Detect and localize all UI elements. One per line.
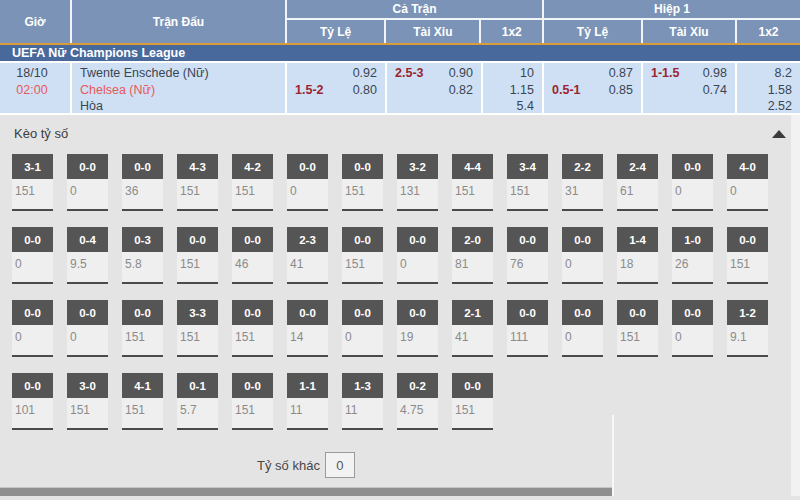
full-handicap-home-odds[interactable]: 0.92 bbox=[353, 65, 377, 82]
score-cell[interactable]: 0-35.8 bbox=[122, 227, 163, 284]
score-cell[interactable]: 0-0101 bbox=[12, 373, 53, 430]
score-cell[interactable]: 3-4151 bbox=[507, 154, 548, 211]
score-label: 0-0 bbox=[507, 300, 548, 325]
score-cell[interactable]: 0-00 bbox=[342, 300, 383, 357]
score-cell[interactable]: 0-0151 bbox=[727, 227, 768, 284]
score-cell[interactable]: 4-3151 bbox=[177, 154, 218, 211]
other-score-odds-box[interactable]: 0 bbox=[325, 452, 355, 478]
score-cell[interactable]: 4-4151 bbox=[452, 154, 493, 211]
score-cell[interactable]: 0-0151 bbox=[232, 373, 273, 430]
half-over-odds[interactable]: 0.98 bbox=[703, 65, 727, 82]
score-cell[interactable]: 1-418 bbox=[617, 227, 658, 284]
score-odds: 76 bbox=[507, 252, 548, 271]
score-cell[interactable]: 2-231 bbox=[562, 154, 603, 211]
score-label: 3-4 bbox=[507, 154, 548, 179]
score-odds: 151 bbox=[342, 252, 383, 271]
full-handicap-away-odds[interactable]: 0.80 bbox=[353, 82, 377, 99]
score-label: 1-2 bbox=[727, 300, 768, 325]
score-odds: 151 bbox=[177, 325, 218, 344]
score-cell[interactable]: 2-141 bbox=[452, 300, 493, 357]
full-over-odds[interactable]: 0.90 bbox=[449, 65, 473, 82]
score-cell[interactable]: 0-0151 bbox=[122, 300, 163, 357]
column-group-full-match: Cả Trận Tỷ Lệ Tài Xỉu 1x2 bbox=[287, 0, 544, 43]
score-odds: 151 bbox=[67, 398, 108, 417]
score-odds: 18 bbox=[617, 252, 658, 271]
half-1x2-home-odds[interactable]: 8.2 bbox=[775, 65, 792, 82]
full-1x2-draw-odds[interactable]: 5.4 bbox=[517, 98, 534, 115]
score-cell[interactable]: 0-00 bbox=[67, 154, 108, 211]
score-odds: 151 bbox=[452, 179, 493, 198]
score-cell[interactable]: 2-341 bbox=[287, 227, 328, 284]
score-cell[interactable]: 0-49.5 bbox=[67, 227, 108, 284]
score-cell[interactable]: 3-0151 bbox=[67, 373, 108, 430]
full-under-odds[interactable]: 0.82 bbox=[449, 82, 473, 99]
score-label: 0-0 bbox=[232, 373, 273, 398]
score-cell[interactable]: 0-0151 bbox=[342, 154, 383, 211]
half-1x2-away-odds[interactable]: 1.58 bbox=[768, 82, 792, 99]
score-odds: 31 bbox=[562, 179, 603, 198]
score-label: 3-3 bbox=[177, 300, 218, 325]
away-team-name[interactable]: Chelsea (Nữ) bbox=[80, 82, 277, 99]
score-cell[interactable]: 0-00 bbox=[562, 300, 603, 357]
score-cell[interactable]: 3-1151 bbox=[12, 154, 53, 211]
score-cell[interactable]: 1-29.1 bbox=[727, 300, 768, 357]
score-cell[interactable]: 0-0151 bbox=[232, 300, 273, 357]
score-cell[interactable]: 3-2131 bbox=[397, 154, 438, 211]
score-odds: 0 bbox=[672, 325, 713, 344]
score-cell[interactable]: 0-00 bbox=[397, 227, 438, 284]
score-cell[interactable]: 3-3151 bbox=[177, 300, 218, 357]
score-cell[interactable]: 4-2151 bbox=[232, 154, 273, 211]
score-cell[interactable]: 0-00 bbox=[12, 300, 53, 357]
score-cell[interactable]: 0-15.7 bbox=[177, 373, 218, 430]
score-label: 2-4 bbox=[617, 154, 658, 179]
score-label: 0-0 bbox=[562, 227, 603, 252]
score-cell[interactable]: 2-461 bbox=[617, 154, 658, 211]
score-cell[interactable]: 0-0151 bbox=[452, 373, 493, 430]
half-under-odds[interactable]: 0.74 bbox=[703, 82, 727, 99]
half-handicap-away-odds[interactable]: 0.85 bbox=[609, 82, 633, 99]
score-cell[interactable]: 0-00 bbox=[287, 154, 328, 211]
score-cell[interactable]: 0-24.75 bbox=[397, 373, 438, 430]
full-1x2-away-odds[interactable]: 1.15 bbox=[510, 82, 534, 99]
score-cell[interactable]: 1-111 bbox=[287, 373, 328, 430]
score-odds: 46 bbox=[232, 252, 273, 271]
half-1x2-draw-odds[interactable]: 2.52 bbox=[768, 98, 792, 115]
score-cell[interactable]: 4-00 bbox=[727, 154, 768, 211]
group-label-first-half: Hiệp 1 bbox=[544, 0, 800, 20]
half-handicap-home-odds[interactable]: 0.87 bbox=[609, 65, 633, 82]
collapse-up-icon[interactable] bbox=[772, 130, 786, 138]
score-odds: 151 bbox=[617, 325, 658, 344]
score-cell[interactable]: 0-0151 bbox=[177, 227, 218, 284]
score-odds: 151 bbox=[177, 252, 218, 271]
score-cell[interactable]: 1-311 bbox=[342, 373, 383, 430]
score-cell[interactable]: 0-076 bbox=[507, 227, 548, 284]
score-cell[interactable]: 2-081 bbox=[452, 227, 493, 284]
score-odds: 151 bbox=[232, 325, 273, 344]
horizontal-scrollbar[interactable] bbox=[0, 487, 612, 496]
score-label: 3-1 bbox=[12, 154, 53, 179]
score-cell[interactable]: 0-00 bbox=[672, 154, 713, 211]
score-cell[interactable]: 0-019 bbox=[397, 300, 438, 357]
score-cell[interactable]: 0-014 bbox=[287, 300, 328, 357]
score-cell[interactable]: 4-1151 bbox=[122, 373, 163, 430]
score-cell[interactable]: 0-00 bbox=[672, 300, 713, 357]
score-cell[interactable]: 0-046 bbox=[232, 227, 273, 284]
subheader-full-overunder: Tài Xỉu bbox=[386, 20, 481, 43]
score-label: 0-0 bbox=[67, 300, 108, 325]
full-1x2-home-odds[interactable]: 10 bbox=[520, 65, 534, 82]
home-team-name[interactable]: Twente Enschede (Nữ) bbox=[80, 65, 277, 82]
match-date: 18/10 bbox=[0, 65, 64, 82]
score-cell[interactable]: 0-0151 bbox=[617, 300, 658, 357]
score-cell[interactable]: 0-0151 bbox=[342, 227, 383, 284]
score-odds: 0 bbox=[562, 325, 603, 344]
score-cell[interactable]: 0-00 bbox=[562, 227, 603, 284]
score-odds: 151 bbox=[177, 179, 218, 198]
vertical-scrollbar-track[interactable] bbox=[791, 115, 800, 496]
score-cell[interactable]: 0-0111 bbox=[507, 300, 548, 357]
score-cell[interactable]: 0-00 bbox=[67, 300, 108, 357]
score-odds: 111 bbox=[507, 325, 548, 344]
score-label: 0-0 bbox=[232, 227, 273, 252]
score-cell[interactable]: 0-036 bbox=[122, 154, 163, 211]
score-cell[interactable]: 0-00 bbox=[12, 227, 53, 284]
score-cell[interactable]: 1-026 bbox=[672, 227, 713, 284]
